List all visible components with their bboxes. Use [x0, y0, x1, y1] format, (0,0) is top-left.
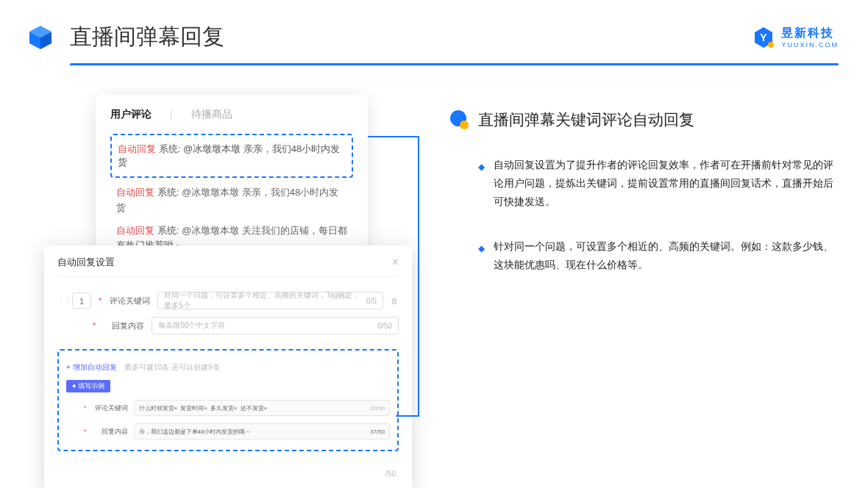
char-count: 20/50 — [370, 405, 385, 412]
input-placeholder: 每条限50个中文字符 — [158, 320, 225, 331]
trash-icon[interactable]: 🗑 — [391, 296, 399, 305]
highlighted-comment: 自动回复 系统: @冰墩墩本墩 亲亲，我们48小时内发货 — [110, 134, 353, 178]
svg-text:Y: Y — [761, 32, 768, 43]
char-count: 0/50 — [378, 322, 392, 330]
example-reply-text: 亲，我们这边都是下单48小时内发货的哦～ — [139, 428, 252, 436]
keyword-row: ⋮⋮ 1 * 评论关键词 对同一个问题，可设置多个相近、高频的关键词，Tag确定… — [57, 292, 399, 309]
screenshot-column: 用户评论 | 待播商品 自动回复 系统: @冰墩墩本墩 亲亲，我们48小时内发货… — [44, 95, 412, 300]
keyword-input[interactable]: 对同一个问题，可设置多个相近、高频的关键词，Tag确定，最多5个 0/5 — [157, 292, 383, 309]
svg-point-4 — [768, 42, 774, 48]
example-keyword-label: 评论关键词 — [93, 403, 128, 413]
tab-separator: | — [170, 108, 173, 121]
bullet-text: 针对同一个问题，可设置多个相近的、高频的关键词。例如：这款多少钱、这块能优惠吗、… — [494, 237, 839, 274]
bubble-icon — [449, 110, 469, 130]
cube-icon — [26, 23, 55, 52]
comment-row: 自动回复 系统: @冰墩墩本墩 亲亲，我们48小时内发货 — [110, 178, 353, 216]
diamond-icon: ◆ — [478, 241, 485, 274]
auto-reply-tag: 自动回复 — [116, 225, 154, 236]
close-icon[interactable]: × — [392, 256, 399, 269]
required-star: * — [99, 296, 102, 305]
settings-card: 自动回复设置 × ⋮⋮ 1 * 评论关键词 对同一个问题，可设置多个相近、高频的… — [44, 245, 412, 488]
settings-title: 自动回复设置 — [57, 256, 115, 269]
add-auto-reply-row: + 增加自动回复 最多可建10条 还可以创建9条 — [66, 359, 390, 373]
add-auto-reply-link[interactable]: + 增加自动回复 — [66, 363, 117, 371]
keyword-tag: 还不发货× — [241, 404, 268, 412]
example-keyword-row: * 评论关键词 什么时候发货× 发货时间× 多久发货× 还不发货× 20/50 — [66, 400, 390, 416]
section-title: 直播间弹幕关键词评论自动回复 — [478, 110, 694, 130]
keyword-tag: 什么时候发货× — [139, 404, 178, 412]
keyword-tag: 多久发货× — [210, 404, 238, 412]
keyword-label: 评论关键词 — [109, 295, 150, 306]
reply-input[interactable]: 每条限50个中文字符 0/50 — [152, 317, 399, 334]
bullet-text: 自动回复设置为了提升作者的评论回复效率，作者可在开播前针对常见的评论用户问题，提… — [494, 156, 839, 212]
drag-handle-icon[interactable]: ⋮⋮ — [57, 297, 65, 305]
auto-reply-tag: 自动回复 — [118, 143, 156, 154]
example-reply-label: 回复内容 — [93, 427, 128, 437]
brand-name-cn: 昱新科技 — [781, 26, 839, 41]
settings-title-row: 自动回复设置 × — [57, 256, 399, 277]
brand-name-en: YUUXIN.COM — [781, 41, 839, 49]
required-star: * — [93, 321, 96, 330]
brand-logo: Y 昱新科技 YUUXIN.COM — [752, 26, 839, 49]
system-prefix: 系统: — [159, 143, 181, 154]
header: 直播间弹幕回复 Y 昱新科技 YUUXIN.COM — [0, 0, 868, 63]
tabs: 用户评论 | 待播商品 — [110, 108, 353, 130]
diamond-icon: ◆ — [478, 159, 485, 212]
reply-row: * 回复内容 每条限50个中文字符 0/50 — [57, 317, 399, 334]
input-placeholder: 对同一个问题，可设置多个相近、高频的关键词，Tag确定，最多5个 — [164, 290, 366, 311]
tab-user-comments[interactable]: 用户评论 — [110, 108, 152, 121]
example-reply-input[interactable]: 亲，我们这边都是下单48小时内发货的哦～ 37/50 — [134, 423, 390, 439]
item-number: 1 — [72, 293, 91, 309]
bullet-item: ◆ 针对同一个问题，可设置多个相近的、高频的关键词。例如：这款多少钱、这块能优惠… — [449, 237, 839, 274]
example-badge: ● 填写示例 — [66, 380, 110, 392]
char-count: 0/5 — [366, 297, 377, 305]
explanation-column: 直播间弹幕关键词评论自动回复 ◆ 自动回复设置为了提升作者的评论回复效率，作者可… — [449, 95, 839, 300]
tab-pending-goods[interactable]: 待播商品 — [191, 108, 232, 121]
system-prefix: 系统: — [157, 187, 179, 198]
keyword-tag: 发货时间× — [180, 404, 207, 412]
section-header: 直播间弹幕关键词评论自动回复 — [449, 110, 839, 130]
bullet-item: ◆ 自动回复设置为了提升作者的评论回复效率，作者可在开播前针对常见的评论用户问题… — [449, 156, 839, 212]
system-prefix: 系统: — [157, 225, 179, 236]
page-title: 直播间弹幕回复 — [70, 22, 752, 52]
char-count: 37/50 — [370, 428, 385, 435]
outer-char-count: /50 — [385, 470, 396, 478]
required-star: * — [84, 428, 87, 435]
reply-label: 回复内容 — [103, 320, 144, 331]
example-block: + 增加自动回复 最多可建10条 还可以创建9条 ● 填写示例 * 评论关键词 … — [57, 349, 399, 451]
connector-line — [368, 136, 419, 137]
required-star: * — [84, 404, 87, 412]
svg-point-6 — [460, 121, 469, 129]
connector-line — [418, 136, 419, 415]
main-content: 用户评论 | 待播商品 自动回复 系统: @冰墩墩本墩 亲亲，我们48小时内发货… — [0, 65, 868, 300]
auto-reply-tag: 自动回复 — [116, 187, 154, 198]
add-hint: 最多可建10条 还可以创建9条 — [124, 363, 219, 371]
example-reply-row: * 回复内容 亲，我们这边都是下单48小时内发货的哦～ 37/50 — [66, 423, 390, 439]
comments-card: 用户评论 | 待播商品 自动回复 系统: @冰墩墩本墩 亲亲，我们48小时内发货… — [96, 95, 368, 267]
example-tag-input[interactable]: 什么时候发货× 发货时间× 多久发货× 还不发货× 20/50 — [134, 400, 390, 416]
